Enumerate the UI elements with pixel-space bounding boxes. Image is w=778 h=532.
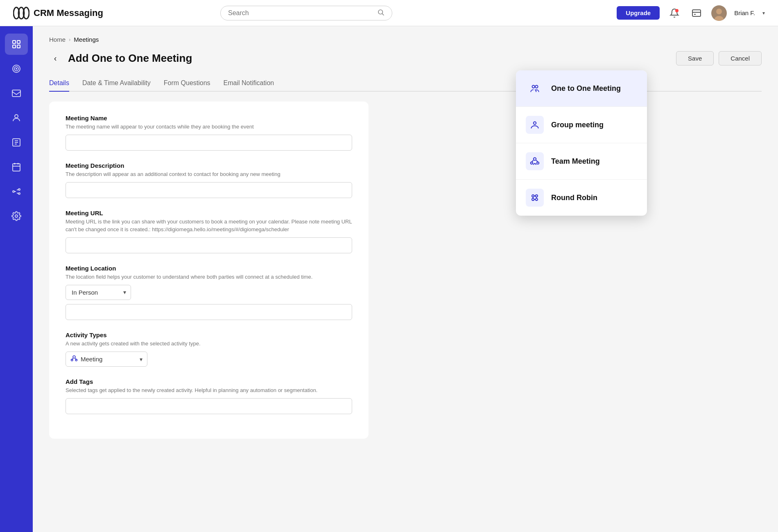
meeting-url-input[interactable]	[66, 237, 352, 253]
dropdown-item-team[interactable]: Team Meeting	[516, 143, 647, 180]
svg-point-16	[16, 68, 17, 69]
svg-point-18	[15, 115, 18, 118]
add-tags-input[interactable]	[66, 398, 352, 414]
save-button[interactable]: Save	[676, 51, 714, 65]
sidebar-item-target[interactable]	[5, 58, 28, 79]
activity-types-select[interactable]: Meeting Call Email Task	[66, 352, 147, 367]
search-input[interactable]	[228, 9, 373, 17]
sidebar	[0, 26, 33, 532]
svg-rect-6	[692, 10, 701, 16]
add-tags-hint: Selected tags get applied to the newly c…	[66, 387, 352, 394]
meeting-name-field: Meeting Name The meeting name will appea…	[66, 115, 352, 151]
topbar: CRM Messaging Upgrade	[0, 0, 778, 26]
meeting-url-label: Meeting URL	[66, 210, 352, 216]
meeting-name-hint: The meeting name will appear to your con…	[66, 123, 352, 131]
dropdown-item-one-to-one[interactable]: One to One Meeting	[516, 70, 647, 107]
sidebar-item-dashboard[interactable]	[5, 34, 28, 55]
main-layout: Home › Meetings ‹ Add One to One Meeting…	[0, 26, 778, 532]
meeting-type-dropdown: One to One Meeting Group meeting	[516, 70, 647, 216]
svg-point-3	[378, 10, 383, 14]
search-bar	[220, 6, 392, 20]
meeting-description-field: Meeting Description The description will…	[66, 162, 352, 198]
breadcrumb-home[interactable]: Home	[49, 36, 66, 43]
svg-point-23	[18, 193, 20, 194]
svg-point-24	[15, 215, 18, 217]
add-tags-field: Add Tags Selected tags get applied to th…	[66, 378, 352, 414]
logo-icon	[13, 7, 29, 20]
sidebar-item-contacts[interactable]	[5, 107, 28, 128]
tab-datetime[interactable]: Date & Time Availability	[82, 75, 151, 92]
app-logo[interactable]: CRM Messaging	[13, 7, 103, 20]
user-name[interactable]: Brian F.	[734, 9, 755, 16]
tab-details[interactable]: Details	[49, 75, 69, 92]
tab-email-notification[interactable]: Email Notification	[224, 75, 274, 92]
one-to-one-icon	[526, 79, 544, 97]
group-meeting-icon	[526, 116, 544, 134]
svg-rect-17	[12, 90, 20, 97]
dropdown-item-round-robin[interactable]: Round Robin	[516, 180, 647, 216]
meeting-url-hint: Meeting URL is the link you can share wi…	[66, 218, 352, 233]
meeting-location-sub-input[interactable]	[66, 304, 352, 320]
user-menu-chevron-icon[interactable]: ▾	[762, 10, 765, 16]
svg-rect-12	[13, 45, 16, 48]
dropdown-label-team: Team Meeting	[551, 157, 600, 166]
svg-point-36	[532, 198, 534, 201]
activity-types-label: Activity Types	[66, 331, 352, 338]
svg-point-34	[532, 195, 534, 197]
team-meeting-icon	[526, 152, 544, 170]
back-button[interactable]: ‹	[49, 52, 61, 65]
notifications-icon[interactable]	[667, 6, 682, 20]
svg-point-28	[532, 85, 535, 88]
cancel-button[interactable]: Cancel	[719, 51, 762, 65]
svg-rect-11	[17, 41, 20, 43]
meeting-name-input[interactable]	[66, 135, 352, 151]
svg-point-37	[536, 198, 538, 201]
meeting-description-input[interactable]	[66, 182, 352, 198]
svg-point-21	[13, 191, 14, 192]
sidebar-item-tasks[interactable]	[5, 132, 28, 153]
app-title: CRM Messaging	[34, 8, 103, 18]
svg-rect-13	[17, 45, 20, 48]
avatar	[711, 5, 727, 21]
page-title: Add One to One Meeting	[68, 52, 192, 65]
activity-types-hint: A new activity gets created with the sel…	[66, 340, 352, 347]
breadcrumb: Home › Meetings	[49, 36, 762, 43]
search-icon	[377, 9, 384, 18]
breadcrumb-current: Meetings	[74, 36, 99, 43]
svg-point-22	[18, 189, 20, 190]
dropdown-label-round-robin: Round Robin	[551, 194, 597, 202]
meeting-location-hint: The location field helps your customer t…	[66, 273, 352, 281]
svg-point-30	[534, 122, 536, 124]
meeting-description-label: Meeting Description	[66, 162, 352, 169]
svg-rect-20	[13, 164, 20, 171]
sidebar-item-email[interactable]	[5, 83, 28, 104]
topbar-right: Upgrade Brian F. ▾	[617, 5, 765, 21]
activity-select-wrapper: Meeting Call Email Task ▾	[66, 352, 147, 367]
svg-point-31	[534, 158, 536, 160]
sidebar-item-settings[interactable]	[5, 205, 28, 227]
content-area: Home › Meetings ‹ Add One to One Meeting…	[33, 26, 778, 532]
dropdown-label-group: Group meeting	[551, 121, 604, 129]
svg-rect-10	[13, 41, 16, 43]
form-card: Meeting Name The meeting name will appea…	[49, 101, 369, 439]
svg-point-29	[535, 85, 538, 88]
svg-point-8	[716, 9, 722, 14]
tabs-bar: Details Date & Time Availability Form Qu…	[49, 75, 762, 92]
upgrade-button[interactable]: Upgrade	[617, 6, 660, 20]
header-actions: Save Cancel	[676, 51, 762, 65]
page-header: ‹ Add One to One Meeting Save Cancel	[49, 51, 762, 65]
svg-point-35	[536, 195, 538, 197]
meeting-name-label: Meeting Name	[66, 115, 352, 122]
sidebar-item-integrations[interactable]	[5, 181, 28, 202]
meeting-description-hint: The description will appear as an additi…	[66, 171, 352, 178]
dropdown-item-group[interactable]: Group meeting	[516, 107, 647, 143]
sidebar-item-calendar[interactable]	[5, 156, 28, 178]
tab-form-questions[interactable]: Form Questions	[164, 75, 210, 92]
meeting-location-select[interactable]: In Person Video Call Phone Call	[66, 285, 131, 300]
add-tags-label: Add Tags	[66, 378, 352, 385]
meeting-url-field: Meeting URL Meeting URL is the link you …	[66, 210, 352, 253]
meeting-location-label: Meeting Location	[66, 265, 352, 272]
billing-icon[interactable]	[689, 6, 704, 20]
activity-types-field: Activity Types A new activity gets creat…	[66, 331, 352, 367]
meeting-location-field: Meeting Location The location field help…	[66, 265, 352, 320]
